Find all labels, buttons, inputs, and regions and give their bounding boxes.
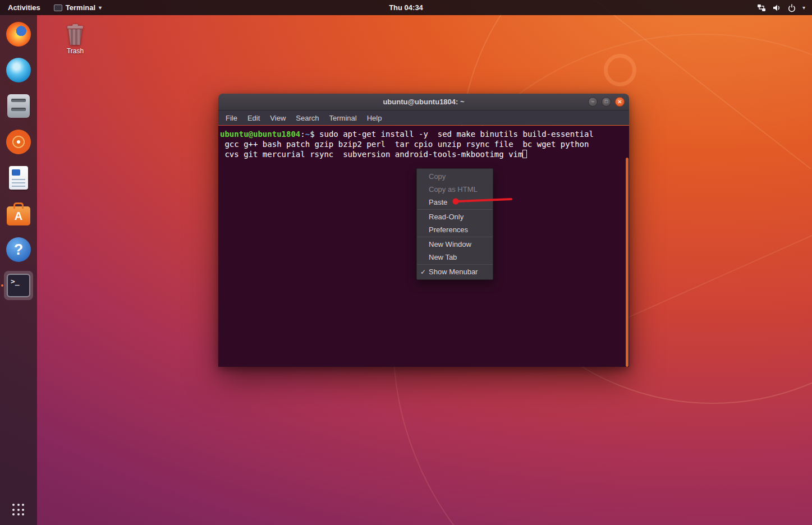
prompt-path: ~ — [305, 130, 310, 139]
scrollbar-thumb[interactable] — [626, 158, 629, 367]
prompt-dollar: $ — [310, 130, 319, 139]
context-menu-preferences-label: Preferences — [429, 225, 468, 234]
files-icon — [7, 94, 30, 118]
command-text: gcc g++ bash patch gzip bzip2 perl tar c… — [220, 140, 589, 149]
ubuntu-software-icon — [7, 206, 30, 225]
context-menu-new-tab[interactable]: New Tab — [417, 251, 493, 264]
terminal-line: gcc g++ bash patch gzip bzip2 perl tar c… — [220, 139, 621, 149]
dock-item-files[interactable] — [4, 91, 33, 121]
terminal-cursor — [522, 150, 527, 158]
power-icon — [787, 3, 796, 12]
network-icon — [757, 3, 766, 12]
context-menu-separator — [417, 209, 493, 210]
context-menu-separator — [417, 264, 493, 265]
menu-edit[interactable]: Edit — [242, 112, 265, 124]
maximize-button[interactable]: □ — [602, 97, 611, 107]
window-controls: − □ ✕ — [588, 94, 625, 110]
menu-help[interactable]: Help — [362, 112, 387, 124]
prompt-user-host: ubuntu@ubuntu1804 — [220, 130, 300, 139]
close-button[interactable]: ✕ — [615, 97, 625, 107]
show-applications-button[interactable] — [12, 504, 25, 516]
menu-file[interactable]: File — [221, 112, 242, 124]
dock — [0, 15, 37, 525]
top-bar: Activities Terminal ▾ Thu 04:34 ▾ — [0, 0, 812, 15]
volume-icon — [772, 3, 781, 12]
terminal-icon — [7, 274, 30, 297]
trash-desktop-icon[interactable]: Trash — [59, 24, 91, 55]
command-text: cvs git mercurial rsync subversion andro… — [220, 150, 522, 159]
dock-item-libreoffice-writer[interactable] — [4, 163, 33, 192]
dock-item-thunderbird[interactable] — [4, 56, 33, 85]
dock-item-firefox[interactable] — [4, 20, 33, 49]
context-menu-show-menubar[interactable]: ✓ Show Menubar — [417, 265, 493, 278]
menu-search[interactable]: Search — [291, 112, 324, 124]
trash-icon — [67, 24, 83, 45]
context-menu-new-window[interactable]: New Window — [417, 238, 493, 251]
terminal-menubar: File Edit View Search Terminal Help — [218, 110, 629, 125]
prompt-colon: : — [300, 130, 305, 139]
context-menu-read-only-label: Read-Only — [429, 213, 464, 221]
dock-item-help[interactable] — [4, 235, 33, 264]
context-menu-show-menubar-label: Show Menubar — [429, 268, 478, 276]
context-menu-new-tab-label: New Tab — [429, 253, 457, 261]
context-menu-copy-label: Copy — [429, 172, 446, 181]
help-icon — [6, 237, 31, 262]
libreoffice-writer-icon — [9, 166, 28, 190]
wallpaper-ring-decoration — [604, 54, 636, 86]
dock-item-ubuntu-software[interactable] — [4, 199, 33, 228]
context-menu-new-window-label: New Window — [429, 240, 471, 248]
app-menu-button[interactable]: Terminal ▾ — [48, 0, 107, 15]
checkmark-icon: ✓ — [420, 268, 426, 276]
window-titlebar[interactable]: ubuntu@ubuntu1804: ~ − □ ✕ — [218, 94, 629, 110]
window-title: ubuntu@ubuntu1804: ~ — [383, 98, 464, 106]
dock-item-terminal[interactable] — [4, 271, 33, 300]
context-menu-copy-as-html: Copy as HTML — [417, 183, 493, 196]
terminal-line: cvs git mercurial rsync subversion andro… — [220, 149, 621, 159]
context-menu-copy-as-html-label: Copy as HTML — [429, 185, 478, 194]
chevron-down-icon: ▾ — [802, 4, 805, 11]
chevron-down-icon: ▾ — [99, 4, 102, 11]
terminal-line: ubuntu@ubuntu1804:~$ sudo apt-get instal… — [220, 129, 621, 139]
command-text: sudo apt-get install -y sed make binutil… — [319, 130, 594, 139]
trash-label: Trash — [67, 47, 84, 55]
terminal-app-icon — [54, 4, 62, 11]
menu-terminal[interactable]: Terminal — [324, 112, 362, 124]
rhythmbox-icon — [6, 130, 31, 154]
app-menu-label: Terminal — [66, 3, 95, 12]
dock-item-rhythmbox[interactable] — [4, 127, 33, 156]
minimize-button[interactable]: − — [588, 97, 598, 107]
terminal-scrollbar[interactable] — [625, 158, 629, 367]
context-menu-preferences[interactable]: Preferences — [417, 223, 493, 236]
menu-view[interactable]: View — [265, 112, 291, 124]
firefox-icon — [6, 22, 31, 47]
thunderbird-icon — [6, 58, 31, 82]
system-status-area[interactable]: ▾ — [754, 0, 809, 15]
context-menu-read-only[interactable]: Read-Only — [417, 210, 493, 223]
context-menu-paste-label: Paste — [429, 198, 447, 206]
context-menu-copy: Copy — [417, 170, 493, 183]
context-menu-separator — [417, 237, 493, 237]
activities-button[interactable]: Activities — [0, 0, 48, 15]
terminal-context-menu: Copy Copy as HTML Paste Read-Only Prefer… — [416, 168, 493, 280]
clock[interactable]: Thu 04:34 — [389, 3, 423, 12]
context-menu-paste[interactable]: Paste — [417, 196, 493, 209]
